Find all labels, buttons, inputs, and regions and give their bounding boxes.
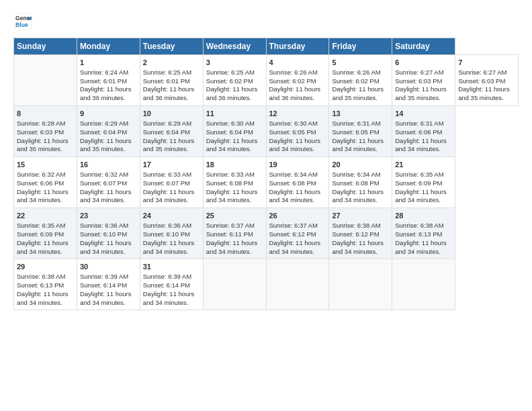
sunset-text: Sunset: 6:05 PM [269,128,316,136]
sunrise-text: Sunrise: 6:26 AM [332,68,380,76]
sunset-text: Sunset: 6:09 PM [17,230,64,238]
calendar-cell: 22Sunrise: 6:35 AMSunset: 6:09 PMDayligh… [14,208,77,259]
calendar-table: SundayMondayTuesdayWednesdayThursdayFrid… [13,38,519,310]
calendar-cell: 7Sunrise: 6:27 AMSunset: 6:03 PMDaylight… [455,55,519,106]
day-number: 25 [206,211,263,221]
sunset-text: Sunset: 6:06 PM [395,128,442,136]
daylight-text: Daylight: 11 hours and 34 minutes. [332,137,384,153]
calendar-cell: 19Sunrise: 6:34 AMSunset: 6:08 PMDayligh… [266,157,329,208]
calendar-cell [329,259,392,310]
calendar-cell: 12Sunrise: 6:30 AMSunset: 6:05 PMDayligh… [266,106,329,157]
calendar-cell: 3Sunrise: 6:25 AMSunset: 6:02 PMDaylight… [203,55,266,106]
sunrise-text: Sunrise: 6:29 AM [80,120,128,127]
sunset-text: Sunset: 6:03 PM [17,128,64,136]
daylight-text: Daylight: 11 hours and 34 minutes. [269,137,321,153]
sunrise-text: Sunrise: 6:28 AM [17,120,65,127]
daylight-text: Daylight: 11 hours and 36 minutes. [80,85,132,101]
sunset-text: Sunset: 6:14 PM [143,281,190,289]
day-number: 31 [143,262,200,272]
calendar-header-monday: Monday [77,38,140,55]
daylight-text: Daylight: 11 hours and 34 minutes. [80,188,132,204]
daylight-text: Daylight: 11 hours and 35 minutes. [80,137,132,153]
sunset-text: Sunset: 6:14 PM [80,281,127,289]
sunrise-text: Sunrise: 6:27 AM [395,68,443,76]
calendar-cell: 17Sunrise: 6:33 AMSunset: 6:07 PMDayligh… [140,157,203,208]
calendar-cell: 23Sunrise: 6:36 AMSunset: 6:10 PMDayligh… [77,208,140,259]
day-number: 14 [395,109,452,119]
daylight-text: Daylight: 11 hours and 34 minutes. [332,239,384,255]
calendar-cell: 20Sunrise: 6:34 AMSunset: 6:08 PMDayligh… [329,157,392,208]
calendar-cell: 14Sunrise: 6:31 AMSunset: 6:06 PMDayligh… [392,106,455,157]
sunrise-text: Sunrise: 6:25 AM [143,68,191,76]
calendar-cell: 30Sunrise: 6:39 AMSunset: 6:14 PMDayligh… [77,259,140,310]
daylight-text: Daylight: 11 hours and 35 minutes. [395,85,447,101]
calendar-cell [203,259,266,310]
daylight-text: Daylight: 11 hours and 35 minutes. [17,137,69,153]
daylight-text: Daylight: 11 hours and 34 minutes. [206,239,258,255]
sunrise-text: Sunrise: 6:39 AM [80,273,128,280]
calendar-week-row: 22Sunrise: 6:35 AMSunset: 6:09 PMDayligh… [14,208,519,259]
daylight-text: Daylight: 11 hours and 34 minutes. [206,137,258,153]
daylight-text: Daylight: 11 hours and 34 minutes. [80,239,132,255]
day-number: 6 [395,58,452,68]
day-number: 16 [80,160,137,170]
day-number: 4 [269,58,326,68]
sunset-text: Sunset: 6:02 PM [332,77,379,85]
sunset-text: Sunset: 6:13 PM [395,230,442,238]
sunrise-text: Sunrise: 6:36 AM [143,222,191,229]
day-number: 8 [17,109,74,119]
day-number: 26 [269,211,326,221]
sunset-text: Sunset: 6:07 PM [143,179,190,187]
day-number: 27 [332,211,389,221]
calendar-cell: 29Sunrise: 6:38 AMSunset: 6:13 PMDayligh… [14,259,77,310]
daylight-text: Daylight: 11 hours and 35 minutes. [143,137,195,153]
day-number: 18 [206,160,263,170]
day-number: 29 [17,262,74,272]
sunrise-text: Sunrise: 6:38 AM [17,273,65,280]
page: General Blue SundayMondayTuesdayWednesda… [0,0,532,411]
day-number: 3 [206,58,263,68]
sunset-text: Sunset: 6:10 PM [80,230,127,238]
sunrise-text: Sunrise: 6:37 AM [206,222,255,229]
sunrise-text: Sunrise: 6:30 AM [206,120,255,127]
daylight-text: Daylight: 11 hours and 34 minutes. [269,239,321,255]
day-number: 10 [143,109,200,119]
day-number: 2 [143,58,200,68]
calendar-cell: 25Sunrise: 6:37 AMSunset: 6:11 PMDayligh… [203,208,266,259]
day-number: 13 [332,109,389,119]
calendar-week-row: 8Sunrise: 6:28 AMSunset: 6:03 PMDaylight… [14,106,519,157]
sunrise-text: Sunrise: 6:32 AM [17,171,65,178]
daylight-text: Daylight: 11 hours and 34 minutes. [17,290,69,306]
daylight-text: Daylight: 11 hours and 34 minutes. [17,239,69,255]
calendar-header-tuesday: Tuesday [140,38,203,55]
header: General Blue [13,12,519,31]
daylight-text: Daylight: 11 hours and 35 minutes. [458,85,510,101]
calendar-header-wednesday: Wednesday [203,38,266,55]
calendar-cell: 24Sunrise: 6:36 AMSunset: 6:10 PMDayligh… [140,208,203,259]
sunrise-text: Sunrise: 6:25 AM [206,68,255,76]
day-number: 22 [17,211,74,221]
day-number: 30 [80,262,137,272]
calendar-header-friday: Friday [329,38,392,55]
calendar-cell: 11Sunrise: 6:30 AMSunset: 6:04 PMDayligh… [203,106,266,157]
sunrise-text: Sunrise: 6:26 AM [269,68,318,76]
calendar-week-row: 1Sunrise: 6:24 AMSunset: 6:01 PMDaylight… [14,55,519,106]
sunrise-text: Sunrise: 6:24 AM [80,68,128,76]
day-number: 21 [395,160,452,170]
daylight-text: Daylight: 11 hours and 34 minutes. [17,188,69,204]
calendar-header-row: SundayMondayTuesdayWednesdayThursdayFrid… [14,38,519,55]
day-number: 11 [206,109,263,119]
sunset-text: Sunset: 6:08 PM [206,179,253,187]
calendar-cell: 5Sunrise: 6:26 AMSunset: 6:02 PMDaylight… [329,55,392,106]
daylight-text: Daylight: 11 hours and 36 minutes. [206,85,258,101]
calendar-cell: 2Sunrise: 6:25 AMSunset: 6:01 PMDaylight… [140,55,203,106]
sunset-text: Sunset: 6:13 PM [17,281,64,289]
day-number: 20 [332,160,389,170]
calendar-cell: 1Sunrise: 6:24 AMSunset: 6:01 PMDaylight… [77,55,140,106]
sunset-text: Sunset: 6:09 PM [395,179,442,187]
day-number: 19 [269,160,326,170]
day-number: 15 [17,160,74,170]
day-number: 17 [143,160,200,170]
sunrise-text: Sunrise: 6:38 AM [332,222,380,229]
sunset-text: Sunset: 6:03 PM [458,77,505,85]
